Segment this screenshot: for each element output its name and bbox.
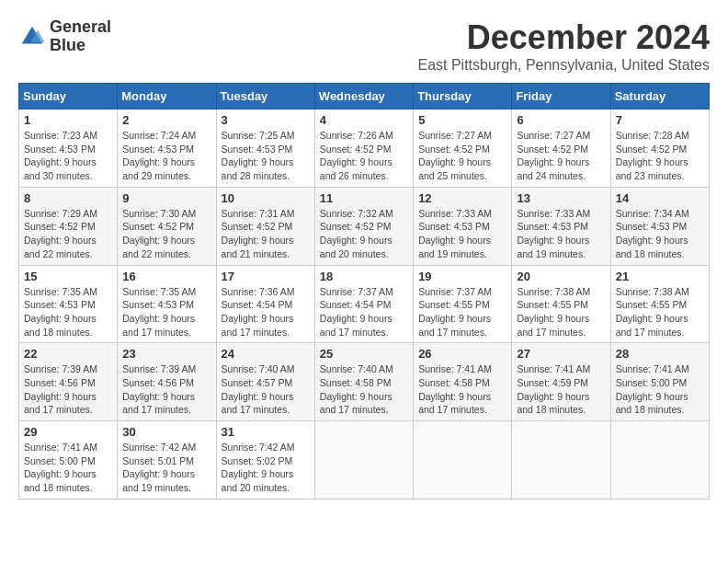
day-info: Sunrise: 7:36 AMSunset: 4:54 PMDaylight:… (222, 285, 310, 339)
day-cell-9: 9Sunrise: 7:30 AMSunset: 4:52 PMDaylight… (118, 187, 216, 265)
day-header-friday: Friday (512, 84, 610, 109)
day-info: Sunrise: 7:41 AMSunset: 4:59 PMDaylight:… (517, 362, 605, 417)
day-info: Sunrise: 7:40 AMSunset: 4:57 PMDaylight:… (222, 362, 310, 417)
header: General Blue December 2024 East Pittsbur… (18, 18, 710, 74)
day-cell-15: 15Sunrise: 7:35 AMSunset: 4:53 PMDayligh… (19, 265, 118, 343)
day-number: 22 (24, 347, 112, 361)
day-info: Sunrise: 7:39 AMSunset: 4:56 PMDaylight:… (122, 362, 210, 417)
day-number: 13 (517, 191, 605, 205)
day-cell-22: 22Sunrise: 7:39 AMSunset: 4:56 PMDayligh… (19, 343, 118, 421)
logo-text: General Blue (50, 18, 111, 55)
day-info: Sunrise: 7:34 AMSunset: 4:53 PMDaylight:… (616, 207, 704, 261)
day-info: Sunrise: 7:41 AMSunset: 5:00 PMDaylight:… (616, 362, 704, 417)
week-row-1: 1Sunrise: 7:23 AMSunset: 4:53 PMDaylight… (19, 109, 710, 188)
day-number: 6 (517, 113, 605, 127)
day-number: 25 (320, 347, 408, 361)
day-number: 1 (24, 113, 112, 127)
day-cell-30: 30Sunrise: 7:42 AMSunset: 5:01 PMDayligh… (118, 421, 216, 500)
header-row: SundayMondayTuesdayWednesdayThursdayFrid… (19, 84, 710, 109)
day-cell-3: 3Sunrise: 7:25 AMSunset: 4:53 PMDaylight… (216, 109, 314, 188)
day-number: 7 (616, 113, 704, 127)
day-number: 11 (320, 191, 408, 205)
day-number: 4 (320, 113, 408, 127)
day-number: 23 (122, 347, 210, 361)
day-info: Sunrise: 7:32 AMSunset: 4:52 PMDaylight:… (320, 207, 408, 261)
day-cell-17: 17Sunrise: 7:36 AMSunset: 4:54 PMDayligh… (216, 265, 314, 343)
day-cell-31: 31Sunrise: 7:42 AMSunset: 5:02 PMDayligh… (216, 421, 314, 500)
day-cell-7: 7Sunrise: 7:28 AMSunset: 4:52 PMDaylight… (610, 109, 709, 188)
day-number: 9 (122, 191, 210, 205)
day-number: 21 (616, 270, 704, 283)
day-header-monday: Monday (118, 84, 216, 109)
day-cell-12: 12Sunrise: 7:33 AMSunset: 4:53 PMDayligh… (414, 187, 512, 265)
day-info: Sunrise: 7:38 AMSunset: 4:55 PMDaylight:… (517, 285, 605, 339)
day-info: Sunrise: 7:26 AMSunset: 4:52 PMDaylight:… (320, 129, 408, 183)
day-number: 30 (122, 425, 210, 439)
day-info: Sunrise: 7:42 AMSunset: 5:01 PMDaylight:… (122, 441, 210, 495)
day-number: 5 (418, 113, 506, 127)
day-info: Sunrise: 7:31 AMSunset: 4:52 PMDaylight:… (222, 207, 310, 261)
calendar-subtitle: East Pittsburgh, Pennsylvania, United St… (417, 57, 710, 74)
day-number: 29 (24, 425, 112, 439)
day-cell-25: 25Sunrise: 7:40 AMSunset: 4:58 PMDayligh… (314, 343, 413, 421)
day-info: Sunrise: 7:29 AMSunset: 4:52 PMDaylight:… (24, 207, 112, 261)
day-cell-23: 23Sunrise: 7:39 AMSunset: 4:56 PMDayligh… (118, 343, 216, 421)
week-row-2: 8Sunrise: 7:29 AMSunset: 4:52 PMDaylight… (19, 187, 710, 265)
day-cell-28: 28Sunrise: 7:41 AMSunset: 5:00 PMDayligh… (610, 343, 709, 421)
day-number: 8 (24, 191, 112, 205)
day-cell-10: 10Sunrise: 7:31 AMSunset: 4:52 PMDayligh… (216, 187, 314, 265)
day-info: Sunrise: 7:25 AMSunset: 4:53 PMDaylight:… (222, 129, 310, 183)
day-info: Sunrise: 7:40 AMSunset: 4:58 PMDaylight:… (320, 362, 408, 417)
day-info: Sunrise: 7:27 AMSunset: 4:52 PMDaylight:… (418, 129, 506, 183)
day-number: 14 (616, 191, 704, 205)
day-number: 16 (122, 270, 210, 283)
day-cell-16: 16Sunrise: 7:35 AMSunset: 4:53 PMDayligh… (118, 265, 216, 343)
day-info: Sunrise: 7:42 AMSunset: 5:02 PMDaylight:… (222, 441, 310, 495)
week-row-3: 15Sunrise: 7:35 AMSunset: 4:53 PMDayligh… (19, 265, 710, 343)
day-header-wednesday: Wednesday (314, 84, 413, 109)
day-cell-8: 8Sunrise: 7:29 AMSunset: 4:52 PMDaylight… (19, 187, 118, 265)
day-number: 24 (222, 347, 310, 361)
day-info: Sunrise: 7:38 AMSunset: 4:55 PMDaylight:… (616, 285, 704, 339)
day-info: Sunrise: 7:23 AMSunset: 4:53 PMDaylight:… (24, 129, 112, 183)
day-number: 3 (222, 113, 310, 127)
day-info: Sunrise: 7:37 AMSunset: 4:54 PMDaylight:… (320, 285, 408, 339)
day-info: Sunrise: 7:35 AMSunset: 4:53 PMDaylight:… (122, 285, 210, 339)
day-header-sunday: Sunday (19, 84, 118, 109)
day-cell-19: 19Sunrise: 7:37 AMSunset: 4:55 PMDayligh… (414, 265, 512, 343)
day-number: 19 (418, 270, 506, 283)
day-number: 28 (616, 347, 704, 361)
day-number: 2 (122, 113, 210, 127)
day-number: 10 (222, 191, 310, 205)
day-info: Sunrise: 7:28 AMSunset: 4:52 PMDaylight:… (616, 129, 704, 183)
empty-cell (610, 421, 709, 500)
day-number: 26 (418, 347, 506, 361)
day-number: 31 (222, 425, 310, 439)
day-info: Sunrise: 7:33 AMSunset: 4:53 PMDaylight:… (418, 207, 506, 261)
day-header-thursday: Thursday (414, 84, 512, 109)
day-cell-14: 14Sunrise: 7:34 AMSunset: 4:53 PMDayligh… (610, 187, 709, 265)
day-info: Sunrise: 7:39 AMSunset: 4:56 PMDaylight:… (24, 362, 112, 417)
day-info: Sunrise: 7:24 AMSunset: 4:53 PMDaylight:… (122, 129, 210, 183)
day-number: 27 (517, 347, 605, 361)
day-info: Sunrise: 7:35 AMSunset: 4:53 PMDaylight:… (24, 285, 112, 339)
empty-cell (414, 421, 512, 500)
day-cell-29: 29Sunrise: 7:41 AMSunset: 5:00 PMDayligh… (19, 421, 118, 500)
day-cell-1: 1Sunrise: 7:23 AMSunset: 4:53 PMDaylight… (19, 109, 118, 188)
calendar-table: SundayMondayTuesdayWednesdayThursdayFrid… (18, 83, 710, 500)
empty-cell (314, 421, 413, 500)
day-cell-24: 24Sunrise: 7:40 AMSunset: 4:57 PMDayligh… (216, 343, 314, 421)
day-cell-2: 2Sunrise: 7:24 AMSunset: 4:53 PMDaylight… (118, 109, 216, 188)
day-info: Sunrise: 7:27 AMSunset: 4:52 PMDaylight:… (517, 129, 605, 183)
calendar-title: December 2024 (417, 18, 710, 57)
day-header-saturday: Saturday (610, 84, 709, 109)
day-cell-5: 5Sunrise: 7:27 AMSunset: 4:52 PMDaylight… (414, 109, 512, 188)
logo-icon (18, 23, 46, 51)
day-info: Sunrise: 7:30 AMSunset: 4:52 PMDaylight:… (122, 207, 210, 261)
day-info: Sunrise: 7:33 AMSunset: 4:53 PMDaylight:… (517, 207, 605, 261)
day-number: 12 (418, 191, 506, 205)
day-cell-6: 6Sunrise: 7:27 AMSunset: 4:52 PMDaylight… (512, 109, 610, 188)
day-info: Sunrise: 7:41 AMSunset: 4:58 PMDaylight:… (418, 362, 506, 417)
day-cell-4: 4Sunrise: 7:26 AMSunset: 4:52 PMDaylight… (314, 109, 413, 188)
day-number: 15 (24, 270, 112, 283)
